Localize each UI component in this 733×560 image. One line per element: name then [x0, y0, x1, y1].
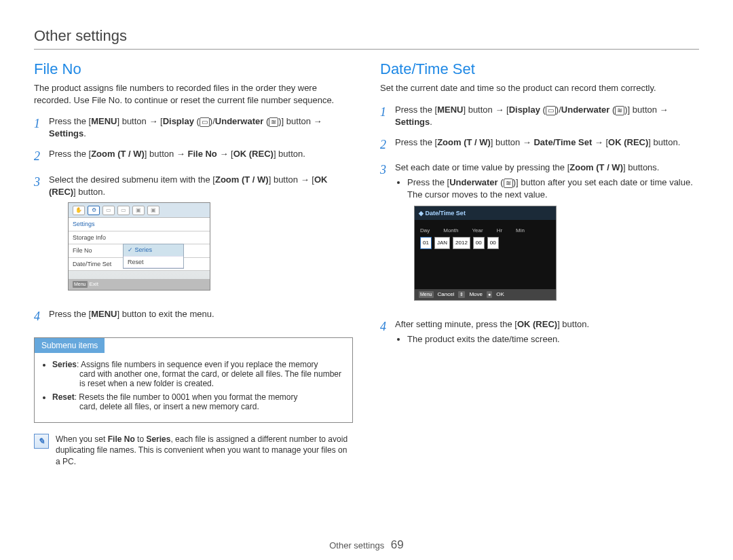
lcd-footer: Menu Exit — [69, 279, 210, 290]
lcd-footer-exit: Exit — [90, 280, 98, 288]
step-4-text: After setting minute, press the [OK (REC… — [395, 318, 699, 347]
underwater-icon: ≋ — [615, 106, 624, 115]
step-2: 2 Press the [Zoom (T / W)] button → Date… — [380, 136, 699, 153]
underwater-icon: ≋ — [504, 179, 513, 188]
file-no-title: File No — [34, 60, 353, 78]
submenu-series: Series: Assigns file numbers in sequence… — [52, 360, 343, 388]
step-num-3: 3 — [380, 162, 395, 310]
val-min: 00 — [487, 237, 499, 248]
step-num-3: 3 — [34, 174, 49, 300]
step-2-text: Press the [Zoom (T / W)] button → Date/T… — [395, 136, 699, 153]
col-file-no: File No The product assigns file numbers… — [34, 60, 353, 467]
submenu-reset: Reset: Resets the file number to 0001 wh… — [52, 392, 343, 411]
note-box: ✎ When you set File No to Series, each f… — [34, 434, 353, 467]
lcd-b-footer: Menu Cancel ⇕ Move ● OK — [415, 289, 556, 300]
step-num-1: 1 — [34, 115, 49, 140]
display-icon: ▭ — [546, 106, 556, 115]
step-2-text: Press the [Zoom (T / W)] button → File N… — [49, 148, 353, 165]
step-1: 1 Press the [MENU] button → [Display (▭)… — [34, 115, 353, 140]
note-text: When you set File No to Series, each fil… — [56, 434, 353, 467]
lcd-b-title: ◆ Date/Time Set — [415, 206, 556, 221]
file-no-steps: 1 Press the [MENU] button → [Display (▭)… — [34, 115, 353, 325]
val-month: JAN — [434, 237, 450, 248]
arrow-icon: → — [523, 136, 531, 149]
step-4: 4 After setting minute, press the [OK (R… — [380, 318, 699, 347]
tab-icon-active: ⚙ — [88, 206, 100, 215]
page-header: Other settings — [34, 27, 699, 50]
lcd-submenu-popup: ✓ Series Reset — [123, 244, 184, 269]
step-num-2: 2 — [34, 148, 49, 165]
submenu-title: Submenu items — [35, 338, 105, 353]
lcd-b-values: 01 JAN 2012 00 00 — [415, 237, 556, 248]
val-hr: 00 — [473, 237, 485, 248]
lcd-footer-key: Menu — [73, 281, 88, 288]
submenu-body: Series: Assigns file numbers in sequence… — [35, 353, 352, 422]
file-no-intro: The product assigns file numbers to reco… — [34, 82, 353, 106]
step-num-1: 1 — [380, 104, 395, 128]
step-4-text: Press the [MENU] button to exit the menu… — [49, 308, 353, 325]
tab-icon: ▣ — [132, 206, 145, 215]
tab-icon: ▣ — [147, 206, 159, 215]
arrow-icon: → — [660, 104, 669, 116]
step-num-4: 4 — [34, 308, 49, 325]
tab-icon: ▭ — [102, 206, 115, 215]
date-time-intro: Set the current date and time so the pro… — [380, 82, 699, 94]
arrow-icon: → — [595, 136, 603, 149]
step-3-bullet: Press the [Underwater (≋)] button after … — [407, 176, 699, 201]
lcd-row-storage: Storage Info — [69, 231, 210, 245]
val-day: 01 — [420, 237, 432, 248]
tab-icon: ▭ — [117, 206, 130, 215]
col-date-time: Date/Time Set Set the current date and t… — [380, 60, 699, 467]
arrow-icon: → — [301, 174, 309, 186]
date-time-steps: 1 Press the [MENU] button → [Display (▭)… — [380, 104, 699, 348]
footer-label: Other settings — [329, 540, 384, 550]
page-number: 69 — [391, 538, 404, 551]
lcd-row-settings: Settings — [69, 218, 210, 231]
tab-icon: ✋ — [73, 206, 85, 215]
step-4-bullet: The product exits the date/time screen. — [407, 333, 699, 346]
date-time-title: Date/Time Set — [380, 60, 699, 78]
step-3-text: Select the desired submenu item with the… — [49, 174, 353, 300]
page-footer: Other settings 69 — [0, 538, 733, 552]
step-1-text: Press the [MENU] button → [Display (▭)/U… — [395, 104, 699, 128]
lcd-subopt-reset: Reset — [124, 257, 183, 269]
arrow-icon: → — [176, 148, 185, 160]
val-year: 2012 — [453, 237, 470, 248]
lcd-b-headers: Day Month Year Hr Min — [415, 220, 530, 237]
step-2: 2 Press the [Zoom (T / W)] button → File… — [34, 148, 353, 165]
footer-menu-key: Menu — [419, 291, 434, 298]
step-3-text: Set each date or time value by pressing … — [395, 162, 699, 310]
lcd-tabrow: ✋ ⚙ ▭ ▭ ▣ ▣ — [69, 203, 210, 218]
step-4: 4 Press the [MENU] button to exit the me… — [34, 308, 353, 325]
footer-move-icon: ⇕ — [458, 291, 465, 298]
submenu-items-box: Submenu items Series: Assigns file numbe… — [34, 337, 353, 423]
columns: File No The product assigns file numbers… — [34, 60, 699, 467]
step-num-2: 2 — [380, 136, 395, 153]
arrow-icon: → — [314, 115, 322, 128]
underwater-icon: ≋ — [269, 117, 278, 127]
display-icon: ▭ — [200, 117, 210, 127]
step-3: 3 Set each date or time value by pressin… — [380, 162, 699, 310]
note-icon: ✎ — [34, 434, 49, 449]
step-num-4: 4 — [380, 318, 395, 347]
arrow-icon: → — [219, 148, 228, 160]
lcd-fileno-screenshot: ✋ ⚙ ▭ ▭ ▣ ▣ Settings Storage Info File N… — [68, 202, 210, 291]
arrow-icon: → — [495, 104, 504, 116]
step-3: 3 Select the desired submenu item with t… — [34, 174, 353, 300]
lcd-subopt-series: ✓ Series — [124, 244, 183, 257]
step-1: 1 Press the [MENU] button → [Display (▭)… — [380, 104, 699, 128]
step-1-text: Press the [MENU] button → [Display (▭)/U… — [49, 115, 353, 140]
lcd-datetime-screenshot: ◆ Date/Time Set Day Month Year Hr Min 01… — [414, 206, 557, 301]
footer-ok-icon: ● — [487, 291, 492, 298]
arrow-icon: → — [149, 115, 157, 128]
